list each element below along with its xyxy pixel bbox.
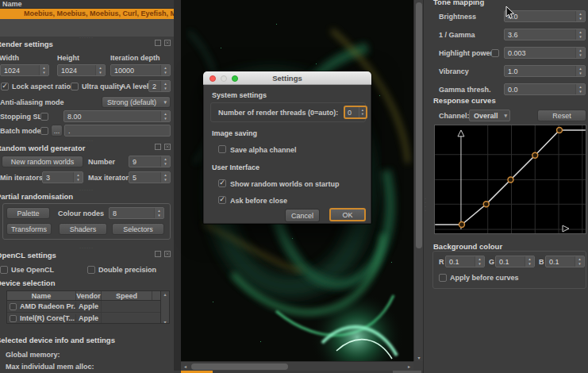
vibrancy-spinbox[interactable]: 1.0 [504, 65, 586, 77]
b-spinbox[interactable]: 0.1 [545, 256, 585, 267]
selectors-button[interactable]: Selectors [112, 223, 164, 235]
col-vendor[interactable]: Vendor [76, 291, 102, 300]
spin-arrows-icon[interactable] [160, 65, 170, 75]
r-spinbox[interactable]: 0.1 [445, 256, 485, 267]
channel-combo[interactable]: Overall [469, 110, 510, 121]
lock-aspect-checkbox[interactable] [1, 83, 9, 90]
apply-before-curves-checkbox[interactable] [439, 274, 447, 282]
g-spinbox[interactable]: 0.1 [495, 256, 535, 267]
dock-handle[interactable]: ···· [425, 197, 427, 213]
ultra-quality-checkbox[interactable] [71, 83, 79, 90]
spin-arrows-icon[interactable] [359, 107, 366, 117]
close-icon[interactable] [164, 40, 171, 46]
dialog-titlebar[interactable]: Settings [203, 71, 371, 85]
vscroll-thumb[interactable] [416, 2, 422, 248]
spin-arrows-icon[interactable] [575, 256, 584, 267]
reset-button[interactable]: Reset [537, 110, 586, 121]
spin-arrows-icon[interactable] [575, 66, 585, 76]
shaders-button[interactable]: Shaders [59, 223, 107, 235]
ask-before-close-checkbox[interactable] [218, 196, 226, 204]
dock-handle[interactable] [79, 245, 94, 250]
cancel-button[interactable]: Cancel [285, 209, 320, 222]
double-precision-checkbox[interactable] [87, 266, 95, 274]
device-table[interactable]: Name Vendor Speed AMD Radeon Pr... Apple… [6, 290, 170, 324]
spin-arrows-icon[interactable] [39, 65, 48, 75]
batch-mode-checkbox[interactable] [40, 127, 48, 135]
dock-handle[interactable] [79, 138, 94, 143]
spin-arrows-icon[interactable] [160, 81, 170, 91]
batch-path-field[interactable]: . [64, 125, 171, 137]
spin-arrows-icon[interactable] [154, 208, 163, 218]
curve-point[interactable] [459, 222, 464, 228]
use-opencl-checkbox[interactable] [0, 266, 8, 274]
stopping-sl-spinbox[interactable]: 8.00 [63, 110, 171, 122]
spin-arrows-icon[interactable] [160, 156, 170, 167]
spin-arrows-icon[interactable] [525, 256, 534, 267]
show-random-checkbox[interactable] [218, 179, 226, 187]
spin-arrows-icon[interactable] [160, 172, 170, 183]
spin-arrows-icon[interactable] [160, 111, 170, 121]
aa-level-spinbox[interactable]: 2 [148, 80, 171, 92]
spin-arrows-icon[interactable] [475, 256, 484, 267]
height-spinbox[interactable]: 1024 [57, 64, 106, 76]
world-list[interactable]: Moebius, Moebius, Moebius, Curl, Eyefish… [0, 9, 174, 37]
curve-point[interactable] [557, 127, 563, 133]
min-iterators-spinbox[interactable]: 3 [42, 171, 83, 183]
spin-arrows-icon[interactable] [73, 172, 83, 183]
float-icon[interactable] [155, 251, 161, 257]
hscroll-thumb[interactable] [191, 363, 288, 370]
ok-button[interactable]: OK [329, 208, 366, 221]
device-checkbox[interactable] [10, 315, 17, 322]
dock-handle[interactable] [79, 187, 94, 192]
spin-arrows-icon[interactable] [575, 29, 585, 40]
canvas-vertical-scrollbar[interactable]: ▾ [413, 0, 423, 361]
panel-splitter[interactable] [174, 0, 181, 373]
batch-browse-button[interactable]: ... [51, 125, 63, 137]
selected-world-row[interactable]: Moebius, Moebius, Moebius, Curl, Eyefish… [0, 9, 174, 19]
spin-arrows-icon[interactable] [575, 84, 585, 94]
render-threads-spinbox[interactable]: 0 [344, 106, 367, 119]
table-row[interactable]: Intel(R) Core(T... Apple [7, 313, 169, 324]
iteration-depth-spinbox[interactable]: 10000 [110, 64, 171, 76]
max-iterators-spinbox[interactable]: 5 [129, 171, 171, 183]
float-icon[interactable] [155, 40, 161, 46]
close-icon[interactable] [164, 251, 171, 257]
table-row[interactable]: AMD Radeon Pr... Apple [7, 301, 169, 313]
response-curve-graph [435, 125, 586, 233]
gamma-thresh-spinbox[interactable]: 0.0 [504, 83, 586, 95]
highlight-power-spinbox[interactable]: 0.003 [504, 47, 586, 59]
curve-point[interactable] [532, 152, 538, 158]
dock-handle[interactable] [79, 35, 94, 40]
spin-arrows-icon[interactable] [575, 48, 585, 58]
spin-arrows-icon[interactable] [95, 65, 105, 75]
colour-nodes-spinbox[interactable]: 8 [109, 207, 164, 219]
name-column-header[interactable]: Name [0, 0, 174, 9]
device-table-scrollbar[interactable]: ▴▾ [160, 291, 169, 324]
number-spinbox[interactable]: 9 [129, 156, 171, 167]
spin-arrows-icon[interactable] [575, 11, 585, 21]
scroll-up-icon[interactable]: ▴ [163, 291, 166, 297]
curve-point[interactable] [483, 202, 489, 207]
device-checkbox[interactable] [10, 303, 17, 310]
anti-aliasing-combo[interactable]: Strong (default) [102, 96, 171, 108]
r-label: R [439, 258, 444, 266]
stopping-sl-checkbox[interactable] [40, 113, 48, 121]
width-spinbox[interactable]: 1024 [0, 64, 49, 76]
curve-point[interactable] [508, 177, 513, 183]
canvas-horizontal-scrollbar[interactable]: ◂ ▸ [181, 361, 413, 371]
col-speed[interactable]: Speed [102, 291, 152, 300]
response-curve-editor[interactable] [434, 125, 586, 234]
save-alpha-checkbox[interactable] [218, 145, 226, 153]
max-iterators-value: 5 [129, 174, 160, 182]
palette-button[interactable]: Palette [6, 207, 50, 219]
transforms-button[interactable]: Transforms [6, 223, 52, 235]
col-name[interactable]: Name [7, 291, 76, 300]
close-icon[interactable] [164, 144, 171, 150]
brightness-spinbox[interactable]: 4.0 [504, 10, 586, 22]
highlight-power-checkbox[interactable] [491, 49, 499, 57]
float-icon[interactable] [155, 144, 161, 150]
new-random-worlds-button[interactable]: New random worlds [2, 156, 83, 167]
gamma-spinbox[interactable]: 3.6 [504, 29, 586, 40]
device-vendor: Apple [75, 314, 101, 322]
gamma-label: 1 / Gamma [439, 31, 475, 39]
